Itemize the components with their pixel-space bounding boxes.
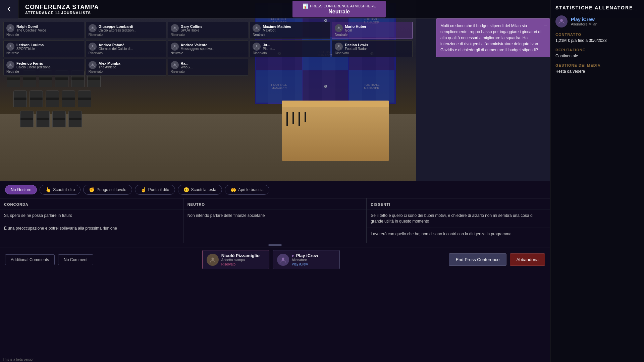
conference-title-area: CONFERENZA STAMPA ATTENDANCE 14 Journali… <box>18 4 106 15</box>
speaker-status: Riservato <box>221 262 260 266</box>
gesture-button[interactable]: 🤲Apri le braccia <box>225 185 269 195</box>
tooltip-text: Molti credono che il budget stipendi del… <box>440 23 546 53</box>
abbandona-button[interactable]: Abbandona <box>510 253 545 266</box>
coach-speaking-role: Allenatore <box>292 258 318 262</box>
journalist-info: Ralph Dorvil The Coaches' Voice <box>16 24 81 32</box>
back-button[interactable] <box>0 0 18 18</box>
concorda-header: CONCORDA <box>0 201 183 209</box>
sidebar-title: STATISTICHE ALLENATORE <box>555 5 639 10</box>
journalist-card[interactable]: Maxime Mathieu Maxifoot Neutrale <box>250 22 330 39</box>
journalist-org: SPORTbible <box>181 28 246 32</box>
chair <box>46 90 59 107</box>
journalist-org: Calcio Express (edizion... <box>99 28 163 32</box>
journalist-name: Ju... <box>263 43 327 47</box>
response-option[interactable]: Lavorerò con quello che ho; non ci sono … <box>367 228 550 240</box>
journalist-status: Neutrale <box>335 33 410 37</box>
contract-value: 1,21M € p/a fino a 30/6/2023 <box>555 38 639 43</box>
podium-top <box>282 101 389 107</box>
journalist-name: Mario Huber <box>345 24 410 28</box>
svg-point-2 <box>92 27 93 28</box>
journalist-avatar <box>89 24 97 32</box>
atmosphere-title: 📊 PRESS CONFERENCE ATMOSPHERE <box>303 3 376 9</box>
attendance-label: ATTENDANCE 14 Journalists <box>25 11 99 15</box>
journalist-name: Gary Collins <box>181 24 246 28</box>
journalist-card[interactable]: Ju... Planet... Riservato <box>250 40 330 57</box>
question-tooltip: – Molti credono che il budget stipendi d… <box>436 18 550 57</box>
svg-point-11 <box>10 64 11 65</box>
media-value: Resta da vedere <box>555 69 639 74</box>
chair <box>20 111 34 127</box>
svg-point-15 <box>211 257 214 260</box>
gesture-bar: No Gesture👆Scuoti il dito✊Pungo sul tavo… <box>0 181 550 198</box>
journalist-info: Declan Lewis Football Radar <box>345 43 410 51</box>
journalist-card[interactable]: Andrea Valente Messaggero sportivo... Ne… <box>168 40 249 57</box>
svg-point-16 <box>282 257 284 260</box>
journalist-org: Maxifoot <box>263 28 327 32</box>
gesture-button[interactable]: ✊Pungo sul tavolo <box>83 185 132 195</box>
journalist-card[interactable]: Giuseppe Lombardi Calcio Express (edizio… <box>86 22 166 39</box>
journalist-card[interactable]: Mario Huber Goal Neutrale <box>332 22 413 39</box>
journalist-card[interactable]: Gary Collins SPORTbible Riservato <box>168 22 249 39</box>
journalist-card[interactable]: Ra... WhoS... Riservato <box>168 59 249 76</box>
response-option[interactable] <box>183 222 367 229</box>
journalist-org: WhoS... <box>181 65 246 69</box>
journalist-status: Riservato <box>171 33 246 37</box>
journalist-status: Neutrale <box>171 51 246 55</box>
journalist-info: Mario Huber Goal <box>345 24 410 32</box>
gesture-button[interactable]: ☝Punta il dito <box>135 185 175 195</box>
reputation-section: REPUTAZIONE Continentale <box>555 48 639 58</box>
journalist-name: Maxime Mathieu <box>263 24 327 28</box>
journalist-info: Ledson Louima SPORTbible <box>16 43 81 51</box>
podium <box>282 101 389 161</box>
chair <box>30 90 43 107</box>
response-option[interactable]: È una preoccupazione e potrei sollevarla… <box>0 222 183 235</box>
journalist-status: Riservato <box>335 51 410 55</box>
response-option[interactable]: Sì, spero se ne possa parlare in futuro <box>0 209 183 222</box>
journalist-info: Maxime Mathieu Maxifoot <box>263 24 327 32</box>
journalist-card[interactable]: Ralph Dorvil The Coaches' Voice Neutrale <box>3 22 84 39</box>
journalist-avatar <box>6 61 14 69</box>
end-press-conference-button[interactable]: End Press Conference <box>449 253 507 266</box>
svg-point-4 <box>256 27 258 28</box>
gesture-icon: 🙂 <box>183 187 189 192</box>
journalist-avatar <box>253 24 261 32</box>
journalist-card[interactable]: Andrea Patané Giornale del Calcio di... … <box>86 40 166 57</box>
journalist-status: Riservato <box>89 70 163 73</box>
journalist-avatar <box>171 61 179 69</box>
journalist-info: Federico Farris Calcio Libero (edizione.… <box>16 61 81 69</box>
svg-point-10 <box>338 45 340 47</box>
journalist-name: Ledson Louima <box>16 43 81 47</box>
gesture-button[interactable]: No Gesture <box>5 185 37 194</box>
response-option[interactable]: Non intendo parlare delle finanze societ… <box>183 209 367 222</box>
journalist-info: Andrea Patané Giornale del Calcio di... <box>99 43 163 51</box>
dissenti-col: DISSENTI Se il tetto è quello ci sono de… <box>367 198 550 243</box>
response-option[interactable]: Se il tetto è quello ci sono dei buoni m… <box>367 209 550 228</box>
journalist-card[interactable]: Ledson Louima SPORTbible Neutrale <box>3 40 84 57</box>
journalist-speaking-card: Nicolò Pizzamiglio Addetto stampa Riserv… <box>202 250 269 269</box>
journalist-name: Andrea Valente <box>181 43 246 47</box>
chair <box>68 111 82 127</box>
coach-avatar <box>555 15 568 27</box>
journalist-name: Alex Mumba <box>99 61 163 65</box>
journalist-card[interactable]: Federico Farris Calcio Libero (edizione.… <box>3 59 84 76</box>
gesture-button[interactable]: 🙂Scuoti la testa <box>178 185 222 195</box>
journalist-info: Andrea Valente Messaggero sportivo... <box>181 43 246 51</box>
additional-comments-button[interactable]: Additional Comments <box>5 254 55 265</box>
no-comment-button[interactable]: No Comment <box>58 254 93 265</box>
journalist-card[interactable]: Declan Lewis Football Radar Riservato <box>332 40 413 57</box>
journalist-avatar <box>335 24 343 32</box>
journalist-card[interactable]: Alex Mumba The Athletic Riservato <box>86 59 166 76</box>
svg-point-13 <box>174 64 175 65</box>
journalist-avatar <box>335 43 343 51</box>
atmosphere-button[interactable]: 📊 PRESS CONFERENCE ATMOSPHERE Neutrale <box>292 1 386 17</box>
dissenti-header: DISSENTI <box>367 201 550 209</box>
journalist-name: Giuseppe Lombardi <box>99 24 163 28</box>
journalist-org: Football Radar <box>345 47 410 51</box>
gesture-button[interactable]: 👆Scuoti il dito <box>40 185 80 195</box>
journalist-org: Goal <box>345 28 410 32</box>
speaker-avatar <box>207 254 219 266</box>
gesture-icon: ✊ <box>89 187 95 192</box>
chair <box>78 90 91 107</box>
tooltip-close-button[interactable]: – <box>544 21 547 29</box>
top-bar: CONFERENZA STAMPA ATTENDANCE 14 Journali… <box>0 0 644 18</box>
